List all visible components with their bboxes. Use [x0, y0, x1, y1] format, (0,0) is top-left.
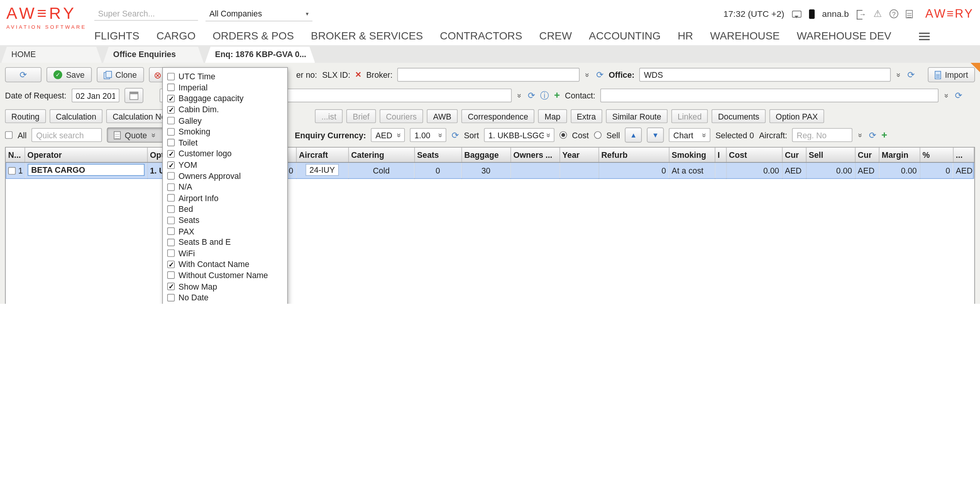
column-header-pct[interactable]: %: [920, 147, 953, 162]
column-header-seats[interactable]: Seats: [414, 147, 461, 162]
aircraft-cell[interactable]: 24-IUY: [306, 164, 339, 175]
column-header-cur1[interactable]: Cur: [782, 147, 806, 162]
nav-item-broker-services[interactable]: BROKER & SERVICES: [311, 30, 423, 43]
quote-option[interactable]: Galley: [167, 115, 283, 126]
quote-option[interactable]: N/A: [167, 182, 283, 193]
currency-select[interactable]: AED»: [371, 128, 405, 142]
checkbox[interactable]: [167, 172, 175, 180]
quote-option[interactable]: Baggage capacity: [167, 93, 283, 104]
contact-input[interactable]: [600, 88, 939, 102]
move-up-button[interactable]: ▲: [625, 128, 642, 143]
column-header-sell[interactable]: Sell: [806, 147, 855, 162]
table-row[interactable]: 1BETA CARGO1. U024-IUYCold0300At a cost0…: [6, 162, 974, 179]
column-header-aircraft[interactable]: Aircraft: [296, 147, 348, 162]
column-header-margin[interactable]: Margin: [879, 147, 920, 162]
quote-option[interactable]: YOM: [167, 159, 283, 170]
chart-select[interactable]: Chart»: [669, 128, 710, 142]
section-tab[interactable]: Option PAX: [770, 109, 824, 123]
corner-fold-icon[interactable]: [970, 63, 980, 72]
checkbox[interactable]: [167, 205, 175, 213]
row-checkbox[interactable]: [8, 167, 16, 174]
checkbox[interactable]: [167, 150, 175, 158]
checkbox[interactable]: [167, 95, 175, 103]
column-header-year[interactable]: Year: [559, 147, 599, 162]
nav-item-warehouse-dev[interactable]: WAREHOUSE DEV: [797, 30, 891, 43]
checkbox[interactable]: [167, 239, 175, 246]
save-button[interactable]: Save: [46, 67, 91, 82]
operator-cell[interactable]: BETA CARGO: [27, 164, 144, 175]
refresh-icon[interactable]: ⟳: [528, 91, 535, 100]
select-all-checkbox[interactable]: [5, 131, 13, 139]
refresh-button[interactable]: ⟳: [5, 67, 41, 82]
quote-option[interactable]: Seats B and E: [167, 237, 283, 248]
section-tab[interactable]: Documents: [712, 109, 766, 123]
quote-option[interactable]: PAX: [167, 226, 283, 237]
checkbox[interactable]: [167, 194, 175, 202]
document-tab[interactable]: Office Enquiries: [103, 46, 204, 63]
nav-item-cargo[interactable]: CARGO: [156, 30, 196, 43]
super-search-input[interactable]: [94, 7, 198, 21]
column-header-catering[interactable]: Catering: [348, 147, 414, 162]
checkbox[interactable]: [167, 128, 175, 136]
checkbox[interactable]: [167, 249, 175, 257]
document-tab[interactable]: Enq: 1876 KBP-GVA 0...: [205, 46, 315, 63]
date-of-request-input[interactable]: [71, 88, 119, 102]
refresh-icon[interactable]: ⟳: [596, 70, 603, 79]
section-tab[interactable]: Correspondence: [462, 109, 534, 123]
quote-option[interactable]: Without Customer Name: [167, 270, 283, 281]
sell-radio[interactable]: [594, 131, 602, 139]
nav-item-hr[interactable]: HR: [677, 30, 693, 43]
quick-search-input[interactable]: [32, 128, 102, 142]
quote-option[interactable]: Customer logo: [167, 148, 283, 159]
refresh-icon[interactable]: ⟳: [955, 91, 962, 100]
column-header-baggage[interactable]: Baggage: [461, 147, 510, 162]
nav-item-orders-pos[interactable]: ORDERS & POS: [212, 30, 294, 43]
checkbox[interactable]: [167, 161, 175, 169]
help-icon[interactable]: ?: [890, 10, 898, 18]
add-aircraft-icon[interactable]: +: [881, 131, 887, 139]
nav-item-contractors[interactable]: CONTRACTORS: [440, 30, 522, 43]
dropdown-icon[interactable]: »: [944, 92, 950, 98]
quote-option[interactable]: UTC Time: [167, 71, 283, 82]
column-header-n[interactable]: N...: [6, 147, 25, 162]
section-tab[interactable]: Linked: [671, 109, 708, 123]
warning-icon[interactable]: ⚠: [873, 8, 882, 20]
refresh-icon[interactable]: ⟳: [907, 70, 914, 79]
dropdown-icon[interactable]: »: [896, 72, 902, 78]
quote-option[interactable]: Seats: [167, 215, 283, 226]
clone-button[interactable]: Clone: [97, 67, 144, 82]
section-tab[interactable]: ...ist: [315, 109, 343, 123]
checkbox[interactable]: [167, 272, 175, 279]
quote-option[interactable]: Imperial: [167, 82, 283, 93]
quote-option[interactable]: With Contact Name: [167, 259, 283, 270]
username-label[interactable]: anna.b: [822, 9, 849, 19]
section-tab[interactable]: Map: [538, 109, 567, 123]
checkbox[interactable]: [167, 294, 175, 301]
column-header-refurb[interactable]: Refurb: [599, 147, 669, 162]
column-header-extra[interactable]: ...: [953, 147, 973, 162]
broker-input[interactable]: [398, 68, 580, 82]
import-button[interactable]: Import: [928, 67, 975, 82]
checkbox[interactable]: [167, 139, 175, 147]
section-tab[interactable]: Calculation: [49, 109, 102, 123]
quote-option[interactable]: No Date: [167, 292, 283, 303]
dropdown-icon[interactable]: »: [858, 132, 864, 138]
quote-option[interactable]: Show Map: [167, 281, 283, 292]
office-input[interactable]: [640, 68, 891, 82]
sort-select[interactable]: 1. UKBB-LSGG»: [484, 128, 554, 142]
quote-option[interactable]: WiFi: [167, 248, 283, 259]
info-icon[interactable]: ⓘ: [540, 91, 549, 100]
column-header-operator[interactable]: Operator: [25, 147, 147, 162]
add-icon[interactable]: +: [554, 91, 560, 100]
dropdown-icon[interactable]: »: [585, 72, 591, 78]
phone-icon[interactable]: [809, 9, 814, 19]
section-tab[interactable]: Brief: [347, 109, 376, 123]
rate-select[interactable]: 1.00»: [410, 128, 446, 142]
quote-option[interactable]: Airport Info: [167, 193, 283, 204]
checkbox[interactable]: [167, 260, 175, 268]
quote-option[interactable]: Smoking: [167, 126, 283, 137]
refresh-icon[interactable]: ⟳: [452, 131, 459, 139]
nav-item-warehouse[interactable]: WAREHOUSE: [710, 30, 780, 43]
company-select[interactable]: All Companies ▾: [206, 6, 312, 21]
quote-option[interactable]: Toilet: [167, 137, 283, 148]
